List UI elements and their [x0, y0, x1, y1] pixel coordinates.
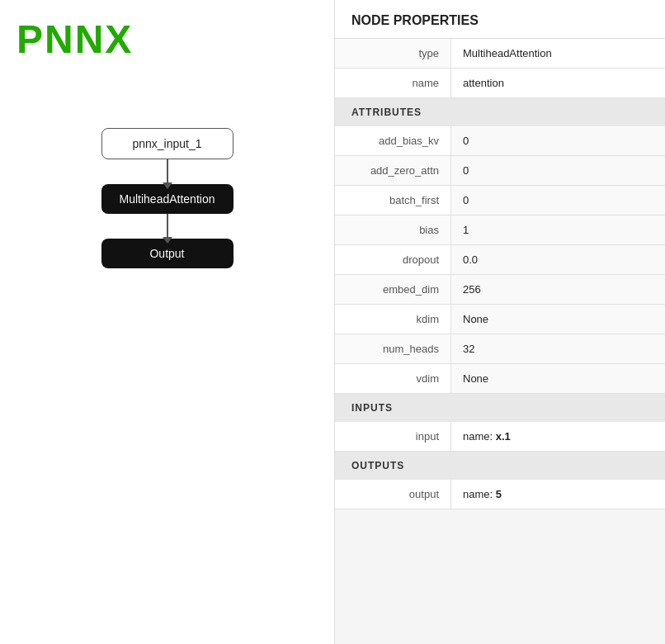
attr-label: embed_dim	[335, 275, 450, 304]
inputs-container: input name: x.1	[335, 422, 665, 452]
attribute-row: add_zero_attn 0	[335, 156, 665, 186]
input-node[interactable]: pnnx_input_1	[101, 128, 233, 159]
app-logo: PNNX	[17, 17, 318, 62]
name-label: name	[335, 69, 450, 97]
right-panel: NODE PROPERTIES type MultiheadAttention …	[334, 0, 665, 644]
input-node-label: pnnx_input_1	[132, 137, 201, 150]
attribute-row: num_heads 32	[335, 334, 665, 364]
attr-value: 0	[450, 126, 665, 155]
input-label: input	[335, 422, 450, 451]
attr-label: dropout	[335, 245, 450, 274]
left-panel: PNNX pnnx_input_1 MultiheadAttention Out…	[0, 0, 334, 644]
input-row: input name: x.1	[335, 422, 665, 452]
attribute-row: dropout 0.0	[335, 245, 665, 275]
type-value: MultiheadAttention	[450, 39, 665, 68]
outputs-header: OUTPUTS	[335, 452, 665, 480]
attr-label: num_heads	[335, 334, 450, 363]
name-row: name attention	[335, 69, 665, 98]
output-node-label: Output	[149, 247, 184, 260]
attr-label: vdim	[335, 364, 450, 393]
output-row: output name: 5	[335, 480, 665, 509]
name-value: attention	[450, 69, 665, 97]
graph-area: pnnx_input_1 MultiheadAttention Output	[17, 95, 318, 268]
attributes-container: add_bias_kv 0 add_zero_attn 0 batch_firs…	[335, 126, 665, 394]
attr-label: add_bias_kv	[335, 126, 450, 155]
main-node-label: MultiheadAttention	[120, 192, 215, 206]
type-row: type MultiheadAttention	[335, 39, 665, 69]
attribute-row: kdim None	[335, 305, 665, 334]
attribute-row: vdim None	[335, 364, 665, 394]
attr-value: None	[450, 364, 665, 393]
attr-label: bias	[335, 215, 450, 244]
attr-value: None	[450, 305, 665, 334]
output-value: name: 5	[450, 480, 665, 509]
attribute-row: add_bias_kv 0	[335, 126, 665, 156]
inputs-header: INPUTS	[335, 394, 665, 422]
attr-value: 32	[450, 334, 665, 363]
attr-label: add_zero_attn	[335, 156, 450, 185]
node-properties-title: NODE PROPERTIES	[335, 0, 665, 39]
type-label: type	[335, 39, 450, 68]
output-label: output	[335, 480, 450, 509]
attr-value: 0.0	[450, 245, 665, 274]
attribute-row: batch_first 0	[335, 186, 665, 215]
arrow-2	[167, 214, 168, 239]
attr-label: kdim	[335, 305, 450, 334]
attr-value: 256	[450, 275, 665, 304]
attr-value: 0	[450, 156, 665, 185]
attr-value: 1	[450, 215, 665, 244]
input-value: name: x.1	[450, 422, 665, 451]
attr-label: batch_first	[335, 186, 450, 215]
attribute-row: bias 1	[335, 215, 665, 245]
outputs-container: output name: 5	[335, 480, 665, 509]
attr-value: 0	[450, 186, 665, 215]
arrow-1	[167, 159, 168, 184]
attributes-header: ATTRIBUTES	[335, 98, 665, 126]
attribute-row: embed_dim 256	[335, 275, 665, 305]
